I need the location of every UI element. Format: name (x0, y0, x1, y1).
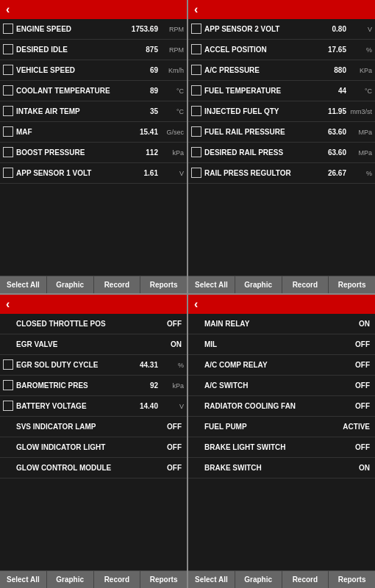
graphic-button[interactable]: Graphic (235, 571, 282, 588)
param-value: OFF (344, 443, 372, 451)
param-value: OFF (156, 423, 184, 431)
reports-button[interactable]: Reports (140, 276, 187, 293)
table-row: DESIRED RAIL PRESS63.60MPa (188, 143, 375, 163)
select-all-button[interactable]: Select All (0, 276, 47, 293)
panel-content: ENGINE SPEED1753.69RPMDESIRED IDLE875RPM… (0, 19, 187, 276)
checkbox-cell (191, 168, 204, 179)
back-arrow-icon[interactable]: ‹ (194, 298, 198, 311)
param-unit: Km/h (160, 67, 184, 74)
panel-bottom-right: ‹MAIN RELAYONMILOFFA/C COMP RELAYOFFA/C … (188, 295, 375, 588)
table-row: FUEL PUMPACTIVE (188, 417, 375, 437)
row-checkbox[interactable] (3, 85, 13, 96)
panel-footer: Select AllGraphicRecordReports (188, 570, 375, 588)
panel-top-left: ‹ENGINE SPEED1753.69RPMDESIRED IDLE875RP… (0, 0, 187, 293)
checkbox-cell (191, 85, 204, 97)
row-checkbox[interactable] (191, 85, 201, 96)
param-unit: V (160, 403, 184, 410)
row-checkbox[interactable] (3, 106, 13, 116)
checkbox-cell (191, 65, 204, 76)
row-checkbox[interactable] (3, 126, 13, 137)
reports-button[interactable]: Reports (329, 571, 375, 588)
select-all-button[interactable]: Select All (188, 571, 235, 588)
graphic-button[interactable]: Graphic (47, 571, 94, 588)
row-checkbox[interactable] (3, 24, 13, 34)
panel-bottom-left: ‹CLOSED THROTTLE POSOFFEGR VALVEONEGR SO… (0, 295, 187, 588)
param-name: RADIATOR COOLING FAN (204, 402, 344, 411)
row-checkbox[interactable] (191, 44, 201, 54)
param-name: GLOW CONTROL MODULE (16, 464, 156, 473)
param-value: 17.65 (321, 46, 349, 54)
panel-header[interactable]: ‹ (0, 0, 187, 19)
table-row: MAIN RELAYON (188, 314, 375, 334)
checkbox-cell (3, 126, 16, 138)
param-name: DESIRED RAIL PRESS (204, 148, 321, 157)
panel-header[interactable]: ‹ (188, 0, 375, 19)
param-unit: G/sec (160, 129, 184, 136)
param-name: APP SENSOR 1 VOLT (16, 169, 132, 178)
param-value: ON (156, 340, 184, 348)
record-button[interactable]: Record (94, 571, 141, 588)
back-arrow-icon[interactable]: ‹ (194, 3, 198, 16)
row-checkbox[interactable] (3, 359, 13, 370)
param-unit: °C (160, 87, 184, 95)
reports-button[interactable]: Reports (140, 571, 187, 588)
param-unit: RPM (160, 46, 184, 54)
table-row: VEHICLE SPEED69Km/h (0, 60, 187, 81)
param-value: 35 (132, 107, 160, 115)
panel-header[interactable]: ‹ (0, 295, 187, 314)
param-unit: RPM (160, 26, 184, 33)
checkbox-cell (3, 44, 16, 56)
param-value: OFF (344, 402, 372, 410)
row-checkbox[interactable] (3, 401, 13, 411)
table-row: BAROMETRIC PRES92kPa (0, 376, 187, 396)
param-name: INJECTED FUEL QTY (204, 107, 321, 116)
param-value: 1.61 (132, 169, 160, 177)
panel-header[interactable]: ‹ (188, 295, 375, 314)
param-value: 89 (132, 87, 160, 95)
param-value: 63.60 (321, 128, 349, 136)
record-button[interactable]: Record (282, 571, 329, 588)
row-checkbox[interactable] (3, 65, 13, 75)
row-checkbox[interactable] (191, 126, 201, 137)
back-arrow-icon[interactable]: ‹ (6, 298, 10, 311)
table-row: FUEL TEMPERATURE44°C (188, 81, 375, 101)
graphic-button[interactable]: Graphic (47, 276, 94, 293)
row-checkbox[interactable] (3, 147, 13, 157)
param-name: BRAKE SWITCH (204, 464, 344, 473)
param-value: 92 (132, 381, 160, 390)
row-checkbox[interactable] (3, 44, 13, 54)
row-checkbox[interactable] (191, 24, 201, 34)
param-value: 26.67 (321, 169, 349, 177)
reports-button[interactable]: Reports (329, 276, 375, 293)
back-arrow-icon[interactable]: ‹ (6, 3, 10, 16)
param-value: 11.95 (321, 107, 349, 115)
param-unit: kPa (160, 382, 184, 390)
row-checkbox[interactable] (3, 168, 13, 178)
select-all-button[interactable]: Select All (0, 571, 47, 588)
row-checkbox[interactable] (3, 380, 13, 390)
row-checkbox[interactable] (191, 147, 201, 157)
param-value: 112 (132, 148, 160, 157)
param-value: 15.41 (132, 128, 160, 136)
row-checkbox[interactable] (191, 168, 201, 178)
param-name: VEHICLE SPEED (16, 66, 132, 75)
checkbox-cell (3, 106, 16, 118)
checkbox-cell (3, 359, 16, 371)
record-button[interactable]: Record (94, 276, 141, 293)
param-unit: V (349, 26, 372, 33)
panel-footer: Select AllGraphicRecordReports (188, 276, 375, 293)
param-name: SVS INDICATOR LAMP (16, 423, 156, 431)
param-value: 875 (132, 46, 160, 54)
select-all-button[interactable]: Select All (188, 276, 235, 293)
param-name: CLOSED THROTTLE POS (16, 320, 156, 329)
graphic-button[interactable]: Graphic (235, 276, 282, 293)
param-value: 880 (321, 66, 349, 74)
row-checkbox[interactable] (191, 65, 201, 75)
table-row: A/C PRESSURE880KPa (188, 60, 375, 81)
table-row: FUEL RAIL PRESSURE63.60MPa (188, 122, 375, 143)
param-unit: °C (349, 87, 372, 95)
record-button[interactable]: Record (282, 276, 329, 293)
panel-content: CLOSED THROTTLE POSOFFEGR VALVEONEGR SOL… (0, 314, 187, 570)
param-value: OFF (344, 381, 372, 390)
row-checkbox[interactable] (191, 106, 201, 116)
